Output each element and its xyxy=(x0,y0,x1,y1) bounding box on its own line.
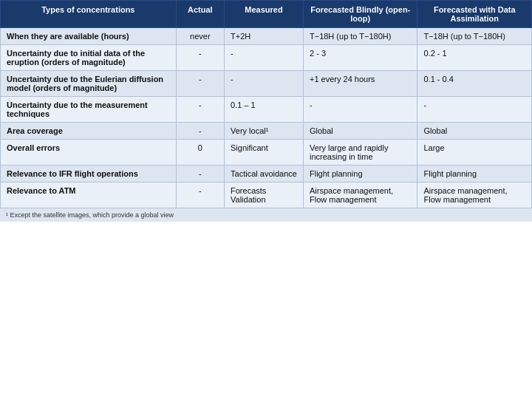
table-row: Uncertainty due to the Eulerian diffusio… xyxy=(1,71,532,97)
table-row: Area coverage-Very local¹GlobalGlobal xyxy=(1,123,532,140)
cell-measured: Significant xyxy=(225,140,304,166)
cell-blindly: Flight planning xyxy=(303,166,417,183)
table-row: Overall errors0SignificantVery large and… xyxy=(1,140,532,166)
cell-type: Uncertainty due to the measurement techn… xyxy=(1,97,177,123)
cell-measured: Tactical avoidance xyxy=(225,166,304,183)
table-row: Uncertainty due to initial data of the e… xyxy=(1,45,532,71)
cell-blindly: T−18H (up to T−180H) xyxy=(303,28,417,45)
cell-actual: - xyxy=(176,166,224,183)
cell-data: 0.1 - 0.4 xyxy=(417,71,532,97)
cell-blindly: - xyxy=(303,97,417,123)
cell-blindly: +1 every 24 hours xyxy=(303,71,417,97)
cell-actual: never xyxy=(176,28,224,45)
cell-type: Uncertainty due to initial data of the e… xyxy=(1,45,177,71)
cell-data: Global xyxy=(417,123,532,140)
cell-type: When they are available (hours) xyxy=(1,28,177,45)
table-row: Relevance to IFR flight operations-Tacti… xyxy=(1,166,532,183)
cell-type: Relevance to ATM xyxy=(1,183,177,208)
cell-actual: - xyxy=(176,123,224,140)
cell-measured: Very local¹ xyxy=(225,123,304,140)
cell-data: - xyxy=(417,97,532,123)
table-row: Relevance to ATM-Forecasts ValidationAir… xyxy=(1,183,532,208)
cell-type: Uncertainty due to the Eulerian diffusio… xyxy=(1,71,177,97)
header-data: Forecasted with Data Assimilation xyxy=(417,1,532,28)
cell-measured: T+2H xyxy=(225,28,304,45)
cell-data: 0.2 - 1 xyxy=(417,45,532,71)
cell-type: Relevance to IFR flight operations xyxy=(1,166,177,183)
cell-actual: - xyxy=(176,97,224,123)
header-measured: Measured xyxy=(225,1,304,28)
cell-measured: 0.1 – 1 xyxy=(225,97,304,123)
header-type: Types of concentrations xyxy=(1,1,177,28)
table-row: When they are available (hours)neverT+2H… xyxy=(1,28,532,45)
cell-data: Large xyxy=(417,140,532,166)
cell-measured: - xyxy=(225,45,304,71)
cell-blindly: Very large and rapidly increasing in tim… xyxy=(303,140,417,166)
cell-actual: - xyxy=(176,45,224,71)
cell-blindly: Airspace management, Flow management xyxy=(303,183,417,208)
cell-actual: - xyxy=(176,183,224,208)
cell-measured: Forecasts Validation xyxy=(225,183,304,208)
cell-data: Airspace management, Flow management xyxy=(417,183,532,208)
table-footnote: ¹ Except the satellite images, which pro… xyxy=(0,208,532,222)
cell-type: Area coverage xyxy=(1,123,177,140)
cell-blindly: 2 - 3 xyxy=(303,45,417,71)
cell-blindly: Global xyxy=(303,123,417,140)
cell-measured: - xyxy=(225,71,304,97)
header-actual: Actual xyxy=(176,1,224,28)
table-row: Uncertainty due to the measurement techn… xyxy=(1,97,532,123)
concentrations-table: Types of concentrations Actual Measured … xyxy=(0,0,532,208)
cell-type: Overall errors xyxy=(1,140,177,166)
cell-data: Flight planning xyxy=(417,166,532,183)
cell-data: T−18H (up to T−180H) xyxy=(417,28,532,45)
cell-actual: - xyxy=(176,71,224,97)
header-blindly: Forecasted Blindly (open-loop) xyxy=(303,1,417,28)
cell-actual: 0 xyxy=(176,140,224,166)
